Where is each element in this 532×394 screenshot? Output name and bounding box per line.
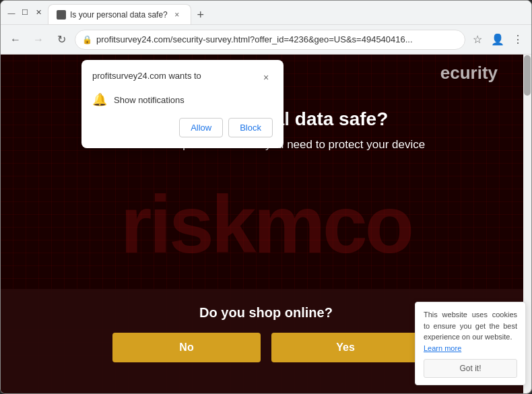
bookmark-star-icon[interactable]: ☆ [469,32,486,48]
active-tab[interactable]: Is your personal data safe? × [48,4,191,24]
popup-header: profitsurvey24.com wants to × [92,71,273,84]
popup-close-button[interactable]: × [259,71,273,84]
popup-buttons: Allow Block [92,118,273,137]
page-content: riskmco ecurity Is your personal data sa… [1,55,531,393]
menu-button[interactable]: ⋮ [510,32,526,48]
learn-more-link[interactable]: Learn more [424,344,461,352]
close-button[interactable]: ✕ [33,7,44,18]
maximize-button[interactable]: ☐ [20,7,30,18]
back-button[interactable]: ← [6,30,25,49]
notification-label: Show notifications [114,95,185,105]
scrollbar-thumb[interactable] [524,55,531,96]
quiz-buttons: No Yes [91,333,441,362]
new-tab-button[interactable]: + [191,5,210,24]
title-bar: — ☐ ✕ Is your personal data safe? × + [1,1,531,25]
allow-button[interactable]: Allow [179,118,223,137]
tab-title: Is your personal data safe? [70,10,168,20]
address-bar[interactable]: 🔒 profitsurvey24.com/security-survey.htm… [75,30,465,50]
tabs-area: Is your personal data safe? × + [48,1,526,24]
tab-close-button[interactable]: × [172,9,182,20]
bell-icon: 🔔 [92,92,107,107]
cookie-text: This website uses cookies to ensure you … [424,309,517,354]
yes-button[interactable]: Yes [271,333,420,362]
got-it-button[interactable]: Got it! [424,359,517,378]
lock-icon: 🔒 [82,35,92,44]
popup-title: profitsurvey24.com wants to [92,71,201,81]
minimize-button[interactable]: — [6,7,17,18]
cookie-consent-box: This website uses cookies to ensure you … [415,302,526,385]
browser-window: — ☐ ✕ Is your personal data safe? × + ← … [0,0,532,394]
forward-button[interactable]: → [29,30,48,49]
block-button[interactable]: Block [228,118,273,137]
security-label: ecurity [440,63,498,84]
nav-bar: ← → ↻ 🔒 profitsurvey24.com/security-surv… [1,25,531,55]
tab-favicon [57,10,66,20]
popup-notification-row: 🔔 Show notifications [92,92,273,107]
window-controls: — ☐ ✕ [6,7,44,18]
no-button[interactable]: No [112,333,261,362]
notification-popup: profitsurvey24.com wants to × 🔔 Show not… [81,60,284,148]
address-text: profitsurvey24.com/security-survey.html?… [96,34,458,44]
refresh-button[interactable]: ↻ [52,30,71,49]
profile-icon[interactable]: 👤 [490,32,506,48]
